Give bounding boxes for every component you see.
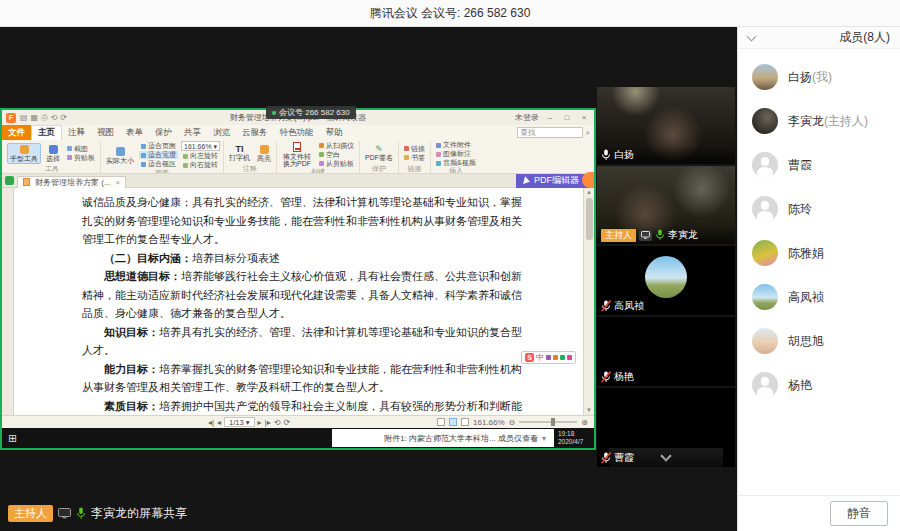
- history-fwd-icon[interactable]: ⟳: [283, 418, 290, 427]
- select-tool-button[interactable]: 选择: [44, 144, 62, 163]
- pdf-editor-button[interactable]: PDF编辑器: [516, 174, 591, 188]
- scroll-up-icon[interactable]: ▲: [586, 189, 592, 196]
- video-tile-gaofengzhen[interactable]: 高凤祯: [597, 246, 735, 315]
- ribbon-group-comment: TI 打字机 高亮 注释: [224, 141, 277, 173]
- document-tab[interactable]: 财务管理培养方案 (... ×: [17, 176, 126, 188]
- last-page-icon[interactable]: |▸: [265, 418, 271, 427]
- tab-view[interactable]: 视图: [91, 125, 120, 140]
- single-page-view-icon[interactable]: [437, 418, 445, 426]
- fit-width-button[interactable]: 适合宽度: [139, 151, 178, 159]
- continuous-view-icon[interactable]: [449, 418, 457, 426]
- login-status[interactable]: 未登录: [515, 112, 539, 123]
- bookmark-button[interactable]: 书签: [402, 154, 427, 162]
- member-row[interactable]: 李寅龙(主持人): [738, 99, 900, 143]
- ime-tool-icon[interactable]: [553, 355, 558, 360]
- ime-tool-icon[interactable]: [546, 355, 551, 360]
- rotate-right-button[interactable]: 向右旋转: [181, 161, 220, 169]
- taskbar-notification[interactable]: 附件1: 内蒙古师范大学本科培... 成员仅查看 ▾: [332, 429, 554, 447]
- tab-protect[interactable]: 保护: [149, 125, 178, 140]
- pdf-sign-button[interactable]: ✎ PDF签名: [363, 145, 395, 162]
- member-row[interactable]: 高凤祯: [738, 275, 900, 319]
- hand-tool-button[interactable]: 手型工具: [7, 143, 41, 164]
- link-button[interactable]: 链接: [402, 145, 427, 153]
- maximize-button[interactable]: □: [561, 113, 573, 122]
- tab-comment[interactable]: 注释: [62, 125, 91, 140]
- rotate-left-button[interactable]: 向左旋转: [181, 152, 220, 160]
- zoom-combobox[interactable]: 161.66% ▾: [181, 141, 220, 151]
- from-scanner-button[interactable]: 从扫描仪: [317, 142, 356, 150]
- collapse-panel-icon[interactable]: [747, 31, 757, 41]
- vertical-scrollbar[interactable]: ▲ ▼: [583, 188, 594, 415]
- ime-tool-icon[interactable]: [567, 355, 572, 360]
- video-tile-yangyan[interactable]: 杨艳: [597, 317, 735, 386]
- zoom-out-icon[interactable]: ⊖: [509, 418, 516, 427]
- tab-browse[interactable]: 浏览: [207, 125, 236, 140]
- page-number-box[interactable]: 1/13 ▾: [224, 417, 254, 427]
- undo-icon[interactable]: ⟲: [51, 110, 58, 125]
- zoom-in-icon[interactable]: ⊕: [581, 418, 588, 427]
- redo-icon[interactable]: ⟳: [60, 110, 67, 125]
- video-tile-liyinlong[interactable]: 主持人 李寅龙: [597, 166, 735, 244]
- tab-close-icon[interactable]: ×: [116, 178, 121, 187]
- tab-features[interactable]: 特色功能: [274, 125, 320, 140]
- video-tile-caoxia[interactable]: 曹霞: [597, 388, 735, 467]
- convert-to-pdf-button[interactable]: 将文件转换为PDF: [280, 141, 314, 168]
- meeting-id-pill[interactable]: 会议号 266 582 630: [266, 106, 356, 119]
- ime-lang-indicator[interactable]: 中: [536, 353, 544, 362]
- notice-dropdown-icon[interactable]: ▾: [542, 434, 546, 443]
- clipboard-button[interactable]: 剪贴板: [65, 154, 97, 162]
- from-clipboard-button[interactable]: 从剪贴板: [317, 160, 356, 168]
- member-row[interactable]: 曹霞: [738, 143, 900, 187]
- tab-share[interactable]: 共享: [178, 125, 207, 140]
- print-icon[interactable]: ⎙: [41, 110, 47, 125]
- file-attachment-button[interactable]: 文件附件: [434, 141, 478, 149]
- sidebar-toggle-icon[interactable]: [5, 176, 14, 185]
- first-page-icon[interactable]: ◂|: [208, 418, 214, 427]
- tab-help[interactable]: 帮助: [320, 125, 349, 140]
- zoom-slider-thumb[interactable]: [551, 418, 555, 426]
- minimize-button[interactable]: –: [544, 113, 556, 122]
- taskbar-clock[interactable]: 19:18 2020/4/7: [556, 428, 592, 448]
- search-input[interactable]: [517, 127, 583, 138]
- pdf-app-logo-icon[interactable]: F: [6, 113, 16, 123]
- scroll-down-icon[interactable]: ▼: [586, 407, 592, 414]
- mute-button[interactable]: 静音: [830, 501, 888, 526]
- scanner-icon: [319, 143, 324, 148]
- fit-page-button[interactable]: 适合页面: [139, 142, 178, 150]
- navigation-pane-collapsed[interactable]: [2, 188, 14, 415]
- save-icon[interactable]: ▦: [31, 110, 39, 125]
- scrollbar-thumb[interactable]: [586, 198, 593, 240]
- meeting-id-text: 会议号 266 582 630: [279, 107, 350, 118]
- snapshot-button[interactable]: 截图: [65, 145, 97, 153]
- ime-logo-icon[interactable]: S: [525, 353, 534, 362]
- start-button[interactable]: ⊞: [8, 433, 17, 444]
- blank-page-button[interactable]: 空白: [317, 151, 356, 159]
- close-button[interactable]: ×: [578, 113, 590, 122]
- facing-view-icon[interactable]: [461, 418, 469, 426]
- tab-form[interactable]: 表单: [120, 125, 149, 140]
- tab-home[interactable]: 主页: [31, 125, 62, 140]
- member-row[interactable]: 胡思旭: [738, 319, 900, 363]
- image-annotation-button[interactable]: 图像标注: [434, 150, 478, 158]
- actual-size-button[interactable]: 实际大小: [104, 146, 136, 165]
- member-row[interactable]: 陈玲: [738, 187, 900, 231]
- open-icon[interactable]: ▤: [20, 110, 28, 125]
- member-row[interactable]: 杨艳: [738, 363, 900, 407]
- zoom-slider[interactable]: [519, 421, 577, 423]
- tab-cloud[interactable]: 云服务: [236, 125, 274, 140]
- next-page-icon[interactable]: ▸: [258, 418, 262, 427]
- tab-file[interactable]: 文件: [2, 125, 31, 140]
- member-row[interactable]: 白扬(我): [738, 55, 900, 99]
- ime-tool-icon[interactable]: [560, 355, 565, 360]
- prev-page-icon[interactable]: ◂: [217, 418, 221, 427]
- search-icon[interactable]: ⌕: [586, 128, 590, 138]
- highlight-button[interactable]: 高亮: [255, 144, 273, 163]
- ime-toolbar[interactable]: S 中: [521, 351, 576, 364]
- history-back-icon[interactable]: ⟲: [274, 418, 281, 427]
- audio-video-button[interactable]: 音频&视频: [434, 159, 478, 167]
- video-tile-baiyang[interactable]: 白扬: [597, 87, 735, 164]
- fit-visible-button[interactable]: 适合视区: [139, 160, 178, 168]
- side-panel-fab[interactable]: [582, 172, 594, 188]
- member-row[interactable]: 陈雅娟: [738, 231, 900, 275]
- typewriter-button[interactable]: TI 打字机: [227, 145, 252, 162]
